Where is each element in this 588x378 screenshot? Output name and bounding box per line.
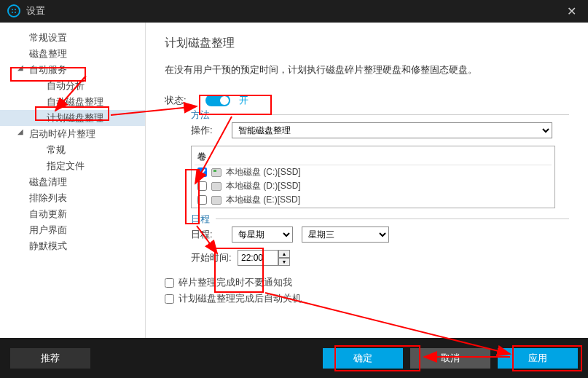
time-down-button[interactable]: ▼ [278,258,290,266]
sidebar-item-3[interactable]: 自动分析 [0,78,145,94]
action-row: 操作: 智能磁盘整理 [191,122,569,138]
sidebar-item-label: 计划磁盘整理 [47,112,103,123]
sidebar-item-11[interactable]: 自动更新 [0,206,145,222]
time-spinner[interactable]: ▲ ▼ [238,250,290,266]
ok-button[interactable]: 确定 [323,348,403,369]
shutdown-label: 计划磁盘整理完成后自动关机 [179,292,302,305]
sidebar-item-1[interactable]: 磁盘整理 [0,46,145,62]
sidebar-item-label: 自动分析 [47,80,85,91]
main-area: 常规设置磁盘整理◢自动服务自动分析自动磁盘整理计划磁盘整理◢启动时碎片整理常规指… [0,22,588,338]
schedule-date-row: 日程: 每星期 星期三 [191,227,569,243]
sidebar-item-label: 自动磁盘整理 [47,96,103,107]
sidebar-item-label: 用户界面 [29,224,67,235]
sidebar-item-5[interactable]: 计划磁盘整理 [0,110,145,126]
volume-checkbox[interactable] [197,181,207,191]
volume-name: 本地磁盘 (D:)[SSD] [226,180,301,192]
page-description: 在没有用户干预的预定时间，计划执行磁盘碎片整理硬盘和修整固态硬盘。 [165,64,569,76]
schedule-time-row: 开始时间: ▲ ▼ [191,250,569,266]
app-logo-icon [7,4,20,17]
close-button[interactable]: ✕ [562,3,581,20]
state-label: 状态: [165,94,205,107]
time-input[interactable] [238,250,278,266]
day-select[interactable]: 星期三 [302,227,389,243]
sidebar-item-12[interactable]: 用户界面 [0,222,145,238]
volume-name: 本地磁盘 (C:)[SSD] [226,166,301,178]
date-label: 日程: [191,228,232,241]
state-row: 状态: 开 [165,94,569,107]
frequency-select[interactable]: 每星期 [232,227,293,243]
schedule-legend: 日程 [191,213,216,226]
page-title: 计划磁盘整理 [165,36,569,51]
drive-icon [211,182,222,191]
volume-checkbox[interactable] [197,168,207,177]
action-label: 操作: [191,124,232,137]
sidebar-item-4[interactable]: 自动磁盘整理 [0,94,145,110]
sidebar: 常规设置磁盘整理◢自动服务自动分析自动磁盘整理计划磁盘整理◢启动时碎片整理常规指… [0,23,146,338]
volume-name: 本地磁盘 (E:)[SSD] [226,194,300,206]
volume-row: 本地磁盘 (D:)[SSD] [195,179,552,193]
window-title: 设置 [26,4,45,17]
sidebar-item-13[interactable]: 静默模式 [0,238,145,254]
drive-icon [211,168,222,177]
sidebar-item-label: 指定文件 [47,160,85,171]
sidebar-item-6[interactable]: ◢启动时碎片整理 [0,126,145,142]
shutdown-row: 计划磁盘整理完成后自动关机 [165,292,569,305]
time-up-button[interactable]: ▲ [278,250,290,258]
method-fieldset: 方法 操作: 智能磁盘整理 卷 本地磁盘 (C:)[SSD]本地磁盘 (D:)[… [191,114,569,208]
sidebar-item-label: 磁盘整理 [29,48,67,59]
tree-toggle-icon[interactable]: ◢ [17,63,23,71]
apply-button[interactable]: 应用 [498,348,578,369]
no-notify-row: 碎片整理完成时不要通知我 [165,276,569,289]
sidebar-item-label: 静默模式 [29,240,67,251]
tree-toggle-icon[interactable]: ◢ [17,127,23,135]
state-toggle[interactable] [205,95,230,106]
sidebar-item-8[interactable]: 指定文件 [0,158,145,174]
recommend-button[interactable]: 推荐 [10,348,90,369]
cancel-button[interactable]: 取消 [410,348,490,369]
sidebar-item-7[interactable]: 常规 [0,142,145,158]
no-notify-checkbox[interactable] [165,278,174,288]
sidebar-item-label: 启动时碎片整理 [29,128,95,139]
sidebar-item-label: 自动更新 [29,208,67,219]
footer: 推荐 确定 取消 应用 [0,338,588,378]
no-notify-label: 碎片整理完成时不要通知我 [179,276,292,289]
sidebar-item-2[interactable]: ◢自动服务 [0,62,145,78]
sidebar-item-label: 排除列表 [29,192,67,203]
method-legend: 方法 [191,109,216,122]
sidebar-item-label: 常规设置 [29,32,67,43]
schedule-fieldset: 日程 日程: 每星期 星期三 开始时间: ▲ ▼ [191,218,569,266]
sidebar-item-9[interactable]: 磁盘清理 [0,174,145,190]
volume-row: 本地磁盘 (E:)[SSD] [195,193,552,207]
volume-row: 本地磁盘 (C:)[SSD] [195,165,552,179]
sidebar-item-label: 自动服务 [29,64,67,75]
sidebar-item-10[interactable]: 排除列表 [0,190,145,206]
time-label: 开始时间: [191,251,238,264]
sidebar-item-0[interactable]: 常规设置 [0,30,145,46]
toggle-on-label: 开 [239,94,248,107]
titlebar: 设置 ✕ [0,0,588,22]
volumes-header: 卷 [195,149,552,165]
action-select[interactable]: 智能磁盘整理 [232,122,552,138]
sidebar-item-label: 常规 [47,144,66,155]
volumes-list: 卷 本地磁盘 (C:)[SSD]本地磁盘 (D:)[SSD]本地磁盘 (E:)[… [191,146,555,208]
content-panel: 计划磁盘整理 在没有用户干预的预定时间，计划执行磁盘碎片整理硬盘和修整固态硬盘。… [146,23,588,338]
volume-checkbox[interactable] [197,195,207,205]
sidebar-item-label: 磁盘清理 [29,176,67,187]
shutdown-checkbox[interactable] [165,294,174,304]
drive-icon [211,196,222,205]
